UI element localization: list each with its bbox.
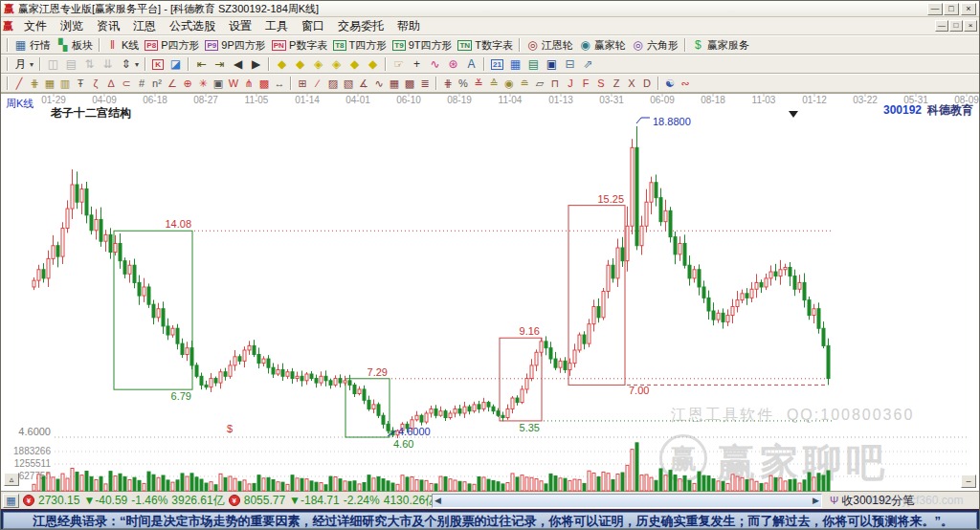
menu-item-5[interactable]: 公式选股 xyxy=(163,17,222,35)
winner-service-button[interactable]: $赢家服务 xyxy=(689,37,752,54)
gann-square9-icon[interactable]: ▥ xyxy=(57,76,73,91)
menu-item-4[interactable]: 江恩 xyxy=(126,17,163,35)
s-line-icon[interactable]: S xyxy=(593,76,609,91)
winner-wheel-button[interactable]: ◉赢家轮 xyxy=(576,37,629,54)
diamond-nav-5-icon[interactable]: ◆ xyxy=(345,56,364,72)
period-selector-dropdown-icon[interactable]: ▾ xyxy=(30,60,33,69)
tick-stream-status[interactable]: Ψ 收300192分笔 xyxy=(830,493,914,508)
crosshair-tool-icon[interactable]: + xyxy=(408,56,426,72)
calculator-icon[interactable]: ▦ xyxy=(506,56,524,72)
scroll-left-icon[interactable]: ◀ xyxy=(434,495,441,507)
infinity-icon[interactable]: ∾ xyxy=(678,76,693,91)
t-square-button[interactable]: T8T四方形 xyxy=(330,37,390,54)
pencil-icon[interactable]: ╱ xyxy=(11,76,27,91)
menu-item-8[interactable]: 窗口 xyxy=(295,17,331,35)
golden-circle-icon[interactable]: ◉ xyxy=(501,76,517,91)
range-icon[interactable]: ↔ xyxy=(272,76,287,91)
grid-b-icon[interactable]: ▦ xyxy=(387,76,402,91)
mdi-restore-button[interactable]: □ xyxy=(949,20,963,32)
fan-icon[interactable]: ⋔ xyxy=(241,76,256,91)
gann-square-icon[interactable]: ▦ xyxy=(42,76,57,91)
angle2-icon[interactable]: ∡ xyxy=(356,76,371,91)
shade-a-icon[interactable]: ▨ xyxy=(325,76,341,91)
t-table-button[interactable]: TNT数字表 xyxy=(455,37,515,54)
scroll-right-icon[interactable]: ▶ xyxy=(813,495,819,507)
export-icon[interactable]: ⇗ xyxy=(579,56,597,72)
golden-section-icon[interactable]: ≙ xyxy=(486,76,501,91)
prev-icon[interactable]: ◀ xyxy=(229,56,247,72)
minimize-button[interactable]: — xyxy=(927,3,943,15)
spiral-icon[interactable]: ζ xyxy=(88,76,103,91)
diamond-nav-4-icon[interactable]: ◈ xyxy=(327,56,345,72)
sort-up-icon[interactable]: ⇅ xyxy=(80,56,99,72)
pillar-icon[interactable]: ⊓ xyxy=(547,76,563,91)
kline-button[interactable]: ‖K线 xyxy=(103,37,142,54)
print-icon[interactable]: ⊟ xyxy=(561,56,579,72)
notebook-icon[interactable]: ▤ xyxy=(524,56,543,72)
arc-icon[interactable]: ⊂ xyxy=(119,76,134,91)
zigzag-icon[interactable]: ∿ xyxy=(371,76,387,91)
levels-icon[interactable]: ≣ xyxy=(417,76,433,91)
x-line-icon[interactable]: X xyxy=(624,76,639,91)
quote-grid-icon[interactable]: ▦ xyxy=(3,494,19,508)
tsquare-tool-icon[interactable]: Ŧ xyxy=(73,76,88,91)
menu-item-9[interactable]: 交易委托 xyxy=(331,17,390,35)
menu-item-7[interactable]: 工具 xyxy=(258,17,295,35)
grid-lines-icon[interactable]: ⋕ xyxy=(27,76,42,91)
diamond-nav-2-icon[interactable]: ◆ xyxy=(291,56,309,72)
measure-icon[interactable]: ∆ xyxy=(103,76,119,91)
f-line-icon[interactable]: F xyxy=(578,76,593,91)
first-page-icon[interactable]: ⇤ xyxy=(192,56,211,72)
gann-line-tool-icon[interactable]: ∿ xyxy=(426,56,444,72)
diamond-nav-6-icon[interactable]: ◆ xyxy=(364,56,382,72)
compare-icon[interactable]: ⋕ xyxy=(440,76,456,91)
n-square-icon[interactable]: n² xyxy=(149,76,165,91)
wave-icon[interactable]: W xyxy=(226,76,241,91)
region-icon[interactable]: ▣ xyxy=(211,76,226,91)
chart-svg[interactable]: 01-2904-0906-1808-2711-0501-1404-0106-10… xyxy=(1,94,980,492)
annotate-tool-icon[interactable]: A xyxy=(462,56,480,72)
menu-item-6[interactable]: 设置 xyxy=(222,17,258,35)
brush-icon[interactable]: ▱ xyxy=(532,76,547,91)
maximize-button[interactable]: □ xyxy=(944,3,959,15)
period-selector[interactable]: 月▾ xyxy=(11,56,36,72)
hand-tool-icon[interactable]: ☞ xyxy=(390,56,408,72)
target-icon[interactable]: ⊕ xyxy=(180,76,195,91)
menu-item-10[interactable]: 帮助 xyxy=(390,17,427,35)
diamond-nav-1-icon[interactable]: ◆ xyxy=(273,56,291,72)
mdi-minimize-button[interactable]: — xyxy=(935,20,948,32)
mdi-close-button[interactable]: × xyxy=(964,20,977,32)
sort-down-icon[interactable]: ⇊ xyxy=(99,56,117,72)
angle-icon[interactable]: ∠ xyxy=(165,76,180,91)
list-icon[interactable]: ▤ xyxy=(62,56,80,72)
volume-pane-expand-button[interactable]: ▵ xyxy=(4,473,19,486)
calendar-icon[interactable]: 21 xyxy=(488,58,506,71)
gann-wheel-button[interactable]: ◎江恩轮 xyxy=(523,37,576,54)
indicator-chart-icon[interactable]: ◪ xyxy=(167,56,185,72)
save-icon[interactable]: ▣ xyxy=(543,56,561,72)
grid-c-icon[interactable]: ▩ xyxy=(402,76,417,91)
percent-levels-icon[interactable]: ≚ xyxy=(471,76,486,91)
ray-icon[interactable]: ∕ xyxy=(310,76,325,91)
quotes-button[interactable]: ▦行情 xyxy=(11,37,54,54)
next-icon[interactable]: ▶ xyxy=(247,56,265,72)
channel-icon[interactable]: ⊞ xyxy=(295,76,310,91)
wheel-tool-icon[interactable]: ⊛ xyxy=(444,56,462,72)
scale-toggle-icon[interactable]: ⇕▾ xyxy=(117,56,142,72)
p9-square-button[interactable]: P99P四方形 xyxy=(202,37,268,54)
hash-icon[interactable]: # xyxy=(134,76,149,91)
scale-toggle-icon-dropdown-icon[interactable]: ▾ xyxy=(135,60,139,69)
menu-item-1[interactable]: 文件 xyxy=(17,17,54,35)
red-grid-icon[interactable]: ▩ xyxy=(256,76,272,91)
star-burst-icon[interactable]: ✳ xyxy=(195,76,211,91)
sectors-button[interactable]: ▚板块 xyxy=(54,37,96,54)
last-page-icon[interactable]: ⇥ xyxy=(211,56,229,72)
p-square-button[interactable]: P8P四方形 xyxy=(142,37,202,54)
yinyang-icon[interactable]: ☯ xyxy=(662,76,678,91)
hexagon-button[interactable]: ◎六角形 xyxy=(629,37,681,54)
d-line-icon[interactable]: D xyxy=(639,76,655,91)
shade-b-icon[interactable]: ▧ xyxy=(341,76,356,91)
close-button[interactable]: × xyxy=(961,3,976,15)
menu-item-2[interactable]: 浏览 xyxy=(54,17,90,35)
overlap-icon[interactable]: ◫ xyxy=(44,56,62,72)
